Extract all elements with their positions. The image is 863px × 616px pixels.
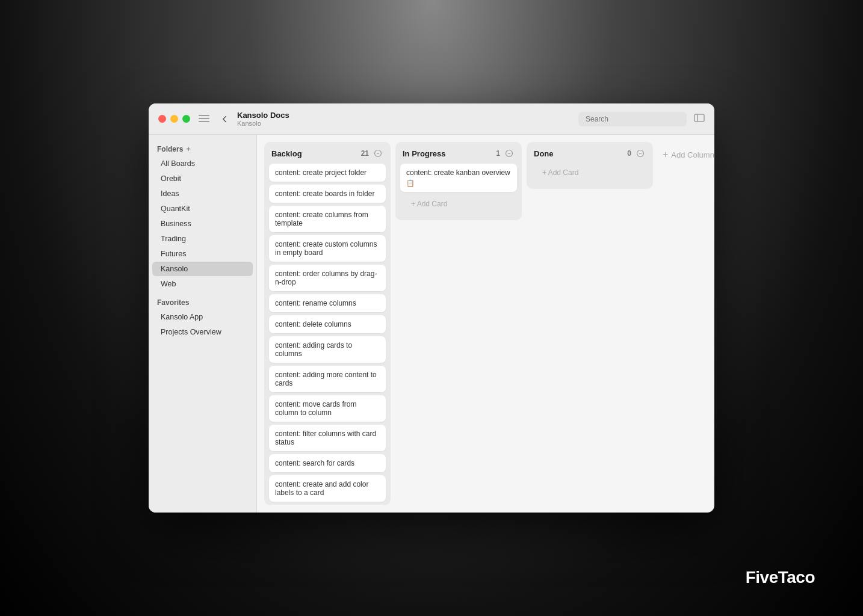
maximize-button[interactable] [182,115,190,123]
add-column-button[interactable]: +Add Column [658,143,714,166]
sidebar: Folders + All BoardsOrebitIdeasQuantKitB… [149,135,257,513]
card-backlog-6[interactable]: content: delete columns [269,315,386,333]
sidebar-item-orebit[interactable]: Orebit [152,171,253,186]
card-backlog-9[interactable]: content: move cards from column to colum… [269,395,386,422]
minimize-button[interactable] [170,115,178,123]
expand-icon[interactable] [694,114,705,125]
card-attachment-icon: 📋 [406,179,511,187]
sidebar-item-business[interactable]: Business [152,217,253,231]
app-sub: Kansolo [237,120,578,127]
folders-header: Folders + [149,142,256,156]
column-title-backlog: Backlog [271,149,361,158]
search-input[interactable] [578,112,687,126]
sidebar-toggle-icon[interactable] [199,115,209,123]
card-backlog-8[interactable]: content: adding more content to cards [269,366,386,392]
card-backlog-3[interactable]: content: create custom columns in empty … [269,235,386,262]
card-backlog-7[interactable]: content: adding cards to columns [269,336,386,363]
folders-label: Folders [157,145,183,153]
column-header-done: Done0 [527,142,653,164]
column-menu-icon-in-progress[interactable] [504,148,515,159]
add-card-button-in-progress[interactable]: + Add Card [405,196,512,212]
column-header-backlog: Backlog21 [264,142,391,164]
main-content: Folders + All BoardsOrebitIdeasQuantKitB… [149,135,714,513]
traffic-lights [158,115,190,123]
columns-container: Backlog21 content: create project folder… [257,135,714,513]
column-cards-backlog: content: create project foldercontent: c… [264,164,391,505]
card-backlog-5[interactable]: content: rename columns [269,294,386,312]
add-folder-button[interactable]: + [186,144,191,153]
app-name: Kansolo Docs [237,111,578,120]
favorites-label: Favorites [157,298,189,307]
svg-rect-0 [694,114,704,122]
sidebar-favorite-kansolo-app[interactable]: Kansolo App [152,310,253,324]
column-menu-icon-backlog[interactable] [373,148,383,159]
watermark: FiveTaco [746,568,815,587]
sidebar-item-futures[interactable]: Futures [152,247,253,261]
board-area: Backlog21 content: create project folder… [257,135,714,513]
add-card-button-done[interactable]: + Add Card [536,165,643,180]
column-done: Done0 + Add Card [527,142,653,189]
main-window: Kansolo Docs Kansolo Folders + All Board… [149,103,714,513]
card-backlog-1[interactable]: content: create boards in folder [269,185,386,203]
column-title-done: Done [534,149,627,158]
sidebar-item-ideas[interactable]: Ideas [152,186,253,201]
card-backlog-2[interactable]: content: create columns from template [269,206,386,232]
column-header-in-progress: In Progress1 [395,142,522,164]
sidebar-item-all-boards[interactable]: All Boards [152,156,253,171]
column-title-in-progress: In Progress [403,149,496,158]
card-backlog-12[interactable]: content: create and add color labels to … [269,475,386,502]
column-count-in-progress: 1 [496,149,500,158]
column-count-backlog: 21 [361,149,369,158]
column-menu-icon-done[interactable] [635,148,646,159]
sidebar-item-web[interactable]: Web [152,277,253,291]
sidebar-favorite-projects-overview[interactable]: Projects Overview [152,325,253,339]
card-backlog-10[interactable]: content: filter columns with card status [269,425,386,451]
card-in-progress-0[interactable]: content: create kanban overview📋 [400,164,517,192]
add-column-label: Add Column [671,150,714,159]
card-backlog-13[interactable]: content: attach files to a card [269,505,386,505]
plus-icon: + [663,149,668,160]
sidebar-item-trading[interactable]: Trading [152,232,253,246]
back-button[interactable] [219,114,230,125]
app-info: Kansolo Docs Kansolo [237,111,578,127]
column-backlog: Backlog21 content: create project folder… [264,142,391,505]
card-backlog-11[interactable]: content: search for cards [269,454,386,472]
column-cards-done: + Add Card [527,164,653,189]
card-backlog-4[interactable]: content: order columns by drag-n-drop [269,265,386,291]
column-count-done: 0 [627,149,631,158]
favorites-header: Favorites [149,294,256,309]
sidebar-item-quantkit[interactable]: QuantKit [152,202,253,216]
sidebar-item-kansolo[interactable]: Kansolo [152,262,253,276]
titlebar: Kansolo Docs Kansolo [149,103,714,135]
column-cards-in-progress: content: create kanban overview📋+ Add Ca… [395,164,522,220]
card-backlog-0[interactable]: content: create project folder [269,164,386,182]
close-button[interactable] [158,115,166,123]
column-in-progress: In Progress1 content: create kanban over… [395,142,522,220]
